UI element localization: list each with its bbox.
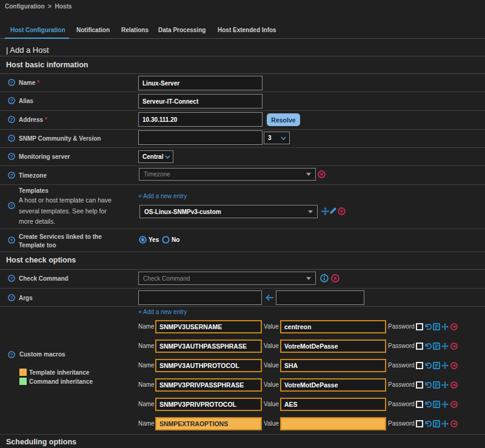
- svg-text:?: ?: [10, 98, 13, 104]
- svg-text:?: ?: [10, 154, 13, 159]
- svg-text:?: ?: [10, 117, 13, 122]
- svg-text:?: ?: [10, 295, 13, 301]
- svg-text:?: ?: [10, 173, 13, 178]
- svg-text:?: ?: [10, 203, 13, 209]
- svg-text:?: ?: [10, 238, 13, 243]
- svg-text:?: ?: [10, 80, 13, 85]
- svg-text:?: ?: [10, 276, 13, 281]
- svg-text:?: ?: [10, 136, 13, 141]
- svg-text:?: ?: [10, 352, 13, 358]
